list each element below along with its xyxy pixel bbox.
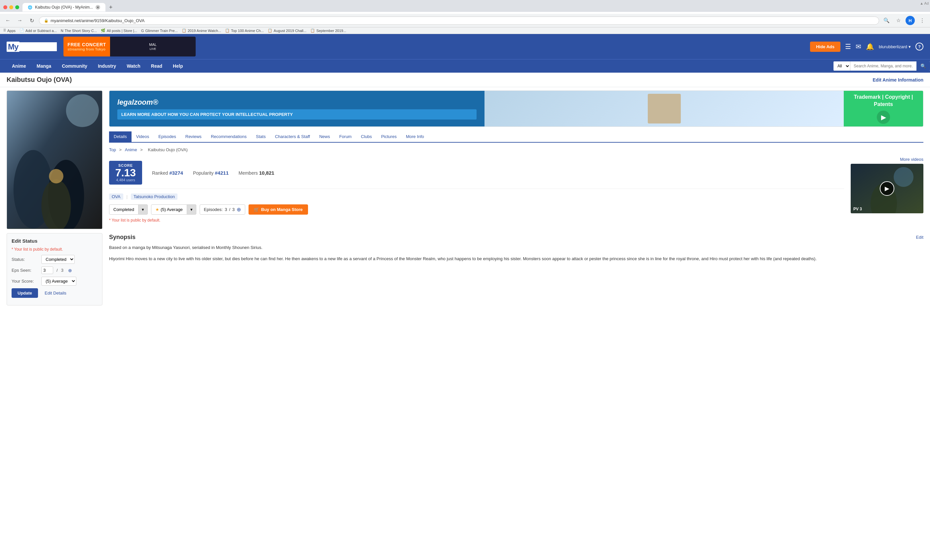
- user-avatar[interactable]: H: [905, 16, 915, 25]
- window-controls: [3, 5, 19, 9]
- synopsis-edit-link[interactable]: Edit: [916, 235, 923, 240]
- nav-link-read[interactable]: Read: [146, 60, 168, 73]
- edit-anime-info-link[interactable]: Edit Anime Information: [873, 77, 923, 83]
- user-menu[interactable]: blurubberlizard ▾: [879, 44, 911, 49]
- tab-clubs[interactable]: Clubs: [356, 131, 376, 143]
- minimize-window-btn[interactable]: [9, 5, 13, 9]
- tab-episodes[interactable]: Episodes: [154, 131, 180, 143]
- bookmark-favicon: 📄: [20, 28, 24, 33]
- tab-close-btn[interactable]: ✕: [95, 5, 100, 9]
- score-select[interactable]: (5) Average: [41, 277, 76, 285]
- nav-item-manga[interactable]: Manga: [31, 60, 57, 73]
- search-toolbar-icon[interactable]: 🔍: [882, 16, 891, 25]
- ad-photo: [648, 94, 681, 123]
- nav-item-industry[interactable]: Industry: [92, 60, 121, 73]
- synopsis-title: Synopsis: [109, 234, 135, 241]
- score-dropdown-btn[interactable]: ★ (5) Average: [151, 204, 187, 215]
- ad-photo-area: [485, 91, 844, 126]
- back-btn[interactable]: ←: [3, 16, 12, 25]
- status-value-label: Completed: [113, 207, 134, 212]
- refresh-btn[interactable]: ↻: [27, 16, 36, 25]
- breadcrumb-top[interactable]: Top: [109, 147, 116, 152]
- popularity-value: #4211: [215, 170, 229, 176]
- status-dropdown-arrow[interactable]: ▾: [139, 204, 148, 215]
- mal-logo[interactable]: MyAnimeList: [7, 41, 57, 52]
- studio-tag[interactable]: Tatsunoko Production: [131, 193, 177, 200]
- nav-item-community[interactable]: Community: [57, 60, 92, 73]
- ad-cta-arrow[interactable]: ▶: [877, 110, 890, 124]
- nav-item-help[interactable]: Help: [168, 60, 188, 73]
- video-panel: More videos: [851, 157, 923, 213]
- eps-plus-btn[interactable]: ⊕: [237, 206, 241, 213]
- nav-item-watch[interactable]: Watch: [121, 60, 145, 73]
- bookmark-5[interactable]: 📋 2019 Anime Watch...: [182, 28, 221, 33]
- score-dropdown-arrow[interactable]: ▾: [187, 204, 196, 215]
- tag-sep: |: [126, 194, 128, 199]
- ad-text2: streaming from Tokyo: [68, 47, 106, 51]
- nav-link-watch[interactable]: Watch: [121, 60, 145, 73]
- synopsis-text1: Based on a manga by Mitsunaga Yasunori, …: [109, 244, 923, 251]
- close-window-btn[interactable]: [3, 5, 7, 9]
- update-btn[interactable]: Update: [12, 288, 38, 298]
- help-btn[interactable]: ?: [915, 43, 923, 51]
- buy-btn[interactable]: 🛒 Buy on Manga Store: [248, 204, 308, 215]
- bookmark-icon[interactable]: ☆: [894, 16, 903, 25]
- bookmark-8[interactable]: 📋 September 2019...: [310, 28, 346, 33]
- address-bar[interactable]: 🔒 myanimelist.net/anime/9159/Kaibutsu_Ou…: [39, 17, 879, 25]
- tab-videos[interactable]: Videos: [131, 131, 154, 143]
- status-select[interactable]: Completed: [41, 255, 75, 264]
- nav-link-manga[interactable]: Manga: [31, 60, 57, 73]
- video-thumbnail[interactable]: ▶ PV 3: [851, 164, 923, 213]
- tab-reviews[interactable]: Reviews: [181, 131, 206, 143]
- more-videos-link[interactable]: More videos: [900, 157, 923, 162]
- mail-icon[interactable]: ✉: [856, 43, 861, 51]
- tab-recommendations[interactable]: Recommendations: [206, 131, 251, 143]
- nav-link-community[interactable]: Community: [57, 60, 92, 73]
- tab-details[interactable]: Details: [109, 131, 131, 143]
- breadcrumb-anime[interactable]: Anime: [125, 147, 137, 152]
- tab-forum[interactable]: Forum: [334, 131, 356, 143]
- score-box: SCORE 7.13 4,484 users: [109, 161, 142, 184]
- nav-item-anime[interactable]: Anime: [7, 60, 31, 73]
- edit-details-link[interactable]: Edit Details: [45, 291, 66, 296]
- synopsis-section: Synopsis Edit Based on a manga by Mitsun…: [109, 234, 923, 262]
- nav-link-industry[interactable]: Industry: [92, 60, 121, 73]
- tab-news[interactable]: News: [315, 131, 335, 143]
- bookmark-7[interactable]: 📋 August 2019 Chall...: [268, 28, 306, 33]
- bookmark-2[interactable]: N The Short Story C...: [61, 29, 97, 33]
- nav-link-anime[interactable]: Anime: [7, 60, 31, 73]
- eps-seen-input[interactable]: [41, 267, 53, 274]
- nav-item-read[interactable]: Read: [146, 60, 168, 73]
- search-input[interactable]: [850, 62, 916, 71]
- bookmark-apps[interactable]: ⠿ Apps: [3, 28, 15, 33]
- score-members-bar: SCORE 7.13 4,484 users Ranked #3274 Popu…: [109, 157, 844, 189]
- bookmark-3[interactable]: 🌿 All posts | Store |...: [101, 28, 137, 33]
- tab-more-info[interactable]: More Info: [401, 131, 429, 143]
- type-tag[interactable]: OVA: [109, 193, 123, 200]
- maximize-window-btn[interactable]: [15, 5, 19, 9]
- bookmark-6[interactable]: 📋 Top 100 Anime Ch...: [225, 28, 264, 33]
- forward-btn[interactable]: →: [15, 16, 25, 25]
- bookmark-1[interactable]: 📄 Add or Subtract a...: [20, 28, 57, 33]
- status-dropdown-btn[interactable]: Completed: [109, 204, 139, 215]
- nav-link-help[interactable]: Help: [168, 60, 188, 73]
- search-submit-btn[interactable]: 🔍: [916, 61, 930, 71]
- members-value: 10,821: [259, 170, 274, 176]
- hamburger-icon[interactable]: ☰: [845, 43, 851, 51]
- hide-ads-btn[interactable]: Hide Ads: [810, 41, 841, 52]
- video-play-btn[interactable]: ▶: [880, 181, 894, 196]
- tab-characters-staff[interactable]: Characters & Staff: [270, 131, 315, 143]
- search-category-select[interactable]: All: [833, 61, 850, 71]
- tab-stats[interactable]: Stats: [251, 131, 270, 143]
- cart-icon: 🛒: [254, 207, 259, 212]
- ad-body-text: LEARN MORE ABOUT HOW YOU CAN PROTECT YOU…: [117, 109, 477, 120]
- tab-pictures[interactable]: Pictures: [376, 131, 401, 143]
- active-tab[interactable]: 🌐 Kaibutsu Oujo (OVA) - MyAnim... ✕: [23, 3, 105, 12]
- bookmark-label: September 2019...: [316, 29, 346, 33]
- bell-icon[interactable]: 🔔: [866, 43, 874, 51]
- menu-icon[interactable]: ⋮: [918, 16, 927, 25]
- eps-add-btn[interactable]: ⊕: [68, 268, 72, 273]
- status-row: Status: Completed: [12, 255, 97, 264]
- new-tab-btn[interactable]: +: [106, 3, 115, 12]
- bookmark-4[interactable]: G Glimmer Train Pre...: [141, 29, 178, 33]
